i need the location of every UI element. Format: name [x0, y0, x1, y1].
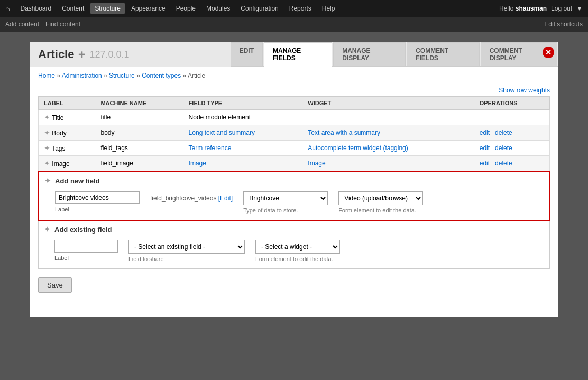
table-row: ✦ Tags field_tags Term reference Autocom…	[39, 141, 550, 156]
breadcrumb-content-types[interactable]: Content types	[142, 72, 181, 79]
find-content-link[interactable]: Find content	[45, 21, 80, 28]
nav-configuration[interactable]: Configuration	[236, 3, 282, 14]
nav-dashboard[interactable]: Dashboard	[16, 3, 56, 14]
page-box: Article ✚ 127.0.0.1 EDIT MANAGE FIELDS M…	[30, 42, 558, 317]
drag-handle-icon[interactable]: ✦	[44, 144, 50, 152]
existing-widget-hint: Form element to edit the data.	[255, 256, 340, 262]
tab-edit[interactable]: EDIT	[231, 42, 263, 66]
new-field-widget-group: Video (upload/browse) Form element to ed…	[338, 191, 423, 214]
tags-delete-link[interactable]: delete	[495, 144, 512, 152]
add-new-field-title: Add new field	[55, 177, 100, 185]
tags-field-type-link[interactable]: Term reference	[189, 144, 232, 152]
row-machine-name: field_tags	[95, 141, 183, 156]
row-widget: Autocomplete term widget (tagging)	[302, 141, 474, 156]
new-field-type-group: Brightcove Type of data to store.	[243, 191, 328, 214]
breadcrumb-home[interactable]: Home	[38, 72, 55, 79]
nav-modules[interactable]: Modules	[202, 3, 234, 14]
machine-name-edit-link[interactable]: [Edit]	[218, 194, 233, 202]
row-label: ✦ Body	[39, 125, 95, 141]
existing-label-hint: Label	[54, 255, 118, 261]
secondary-bar: Add content Find content Edit shortcuts	[0, 17, 588, 32]
new-field-label-input[interactable]	[55, 191, 140, 204]
new-field-label-hint: Label	[55, 206, 140, 212]
image-edit-link[interactable]: edit	[480, 160, 490, 167]
body-edit-link[interactable]: edit	[480, 129, 490, 136]
field-type-hint: Type of data to store.	[243, 207, 328, 214]
row-field-type: Long text and summary	[183, 125, 302, 141]
header-tabs-row: Article ✚ 127.0.0.1 EDIT MANAGE FIELDS M…	[30, 42, 558, 67]
row-machine-name: title	[95, 110, 183, 125]
row-label: ✦ Image	[39, 156, 95, 171]
col-field-type: FIELD TYPE	[183, 97, 302, 110]
add-content-link[interactable]: Add content	[5, 21, 39, 28]
nav-people[interactable]: People	[172, 3, 200, 14]
table-row: ✦ Image field_image Image Image edit del…	[39, 156, 550, 171]
row-ops: edit delete	[474, 156, 549, 171]
nav-structure[interactable]: Structure	[90, 3, 125, 14]
top-navigation: ⌂ Dashboard Content Structure Appearance…	[0, 0, 588, 17]
row-machine-name: field_image	[95, 156, 183, 171]
show-row-weights-link[interactable]: Show row weights	[499, 87, 550, 94]
body-delete-link[interactable]: delete	[495, 129, 512, 136]
image-field-type-link[interactable]: Image	[189, 160, 206, 167]
tags-edit-link[interactable]: edit	[480, 144, 490, 152]
fields-table: LABEL MACHINE NAME FIELD TYPE WIDGET OPE…	[38, 96, 550, 171]
nav-dropdown-icon[interactable]: ▼	[576, 5, 583, 12]
add-new-field-row: Label field_brightcove_videos [Edit] Bri…	[39, 189, 549, 220]
main-wrapper: My account Log out Article ✚ 127.0.0.1 E…	[0, 32, 588, 375]
add-existing-field-header: ✦ Add existing field	[39, 221, 549, 238]
existing-field-select-group: - Select an existing field - Field to sh…	[128, 240, 245, 262]
nav-content[interactable]: Content	[58, 3, 88, 14]
existing-field-hint: Field to share	[128, 256, 245, 262]
new-field-widget-select[interactable]: Video (upload/browse)	[338, 191, 423, 205]
article-header-area: Article ✚ 127.0.0.1 EDIT MANAGE FIELDS M…	[30, 42, 558, 67]
logout-link[interactable]: Log out	[551, 5, 572, 12]
existing-widget-select[interactable]: - Select a widget -	[255, 240, 340, 254]
row-ops	[474, 110, 549, 125]
existing-field-drag-icon: ✦	[44, 225, 50, 234]
row-ops: edit delete	[474, 141, 549, 156]
add-field-drag-icon: ✦	[44, 177, 51, 185]
add-existing-field-row: Label - Select an existing field - Field…	[39, 238, 549, 268]
new-field-machine-name-group: field_brightcove_videos [Edit]	[150, 194, 233, 202]
drag-handle-icon[interactable]: ✦	[44, 128, 50, 137]
home-icon[interactable]: ⌂	[5, 4, 10, 13]
nav-right: Hello shausman Log out ▼	[499, 5, 583, 12]
breadcrumb-sep2: »	[104, 72, 109, 79]
body-widget-link[interactable]: Text area with a summary	[308, 129, 380, 136]
existing-field-label-input[interactable]	[54, 240, 118, 253]
tab-comment-fields[interactable]: COMMENT FIELDS	[407, 42, 479, 66]
nav-left: ⌂ Dashboard Content Structure Appearance…	[5, 3, 339, 14]
breadcrumb-sep3: »	[136, 72, 142, 79]
drag-handle-icon[interactable]: ✦	[44, 113, 50, 122]
edit-shortcuts-link[interactable]: Edit shortcuts	[544, 21, 583, 28]
add-new-field-header: ✦ Add new field	[39, 172, 549, 189]
breadcrumb-administration[interactable]: Administration	[62, 72, 102, 79]
image-delete-link[interactable]: delete	[495, 160, 512, 167]
tab-manage-fields[interactable]: MANAGE FIELDS	[264, 42, 332, 67]
tags-widget-link[interactable]: Autocomplete term widget (tagging)	[308, 144, 408, 152]
machine-name-value: field_brightcove_videos	[150, 194, 216, 202]
image-widget-link[interactable]: Image	[308, 160, 325, 167]
footer: Powered by Drupal	[0, 375, 588, 380]
col-machine-name: MACHINE NAME	[95, 97, 183, 110]
row-field-type: Term reference	[183, 141, 302, 156]
existing-widget-select-group: - Select a widget - Form element to edit…	[255, 240, 340, 262]
breadcrumb-structure[interactable]: Structure	[109, 72, 135, 79]
tab-manage-display[interactable]: MANAGE DISPLAY	[333, 42, 406, 66]
new-field-type-select[interactable]: Brightcove	[243, 191, 328, 205]
body-field-type-link[interactable]: Long text and summary	[189, 129, 255, 136]
breadcrumb: Home » Administration » Structure » Cont…	[30, 67, 558, 85]
username: shausman	[516, 5, 547, 12]
field-label-body: Body	[52, 129, 66, 137]
row-widget: Text area with a summary	[302, 125, 474, 141]
article-add-icon[interactable]: ✚	[78, 50, 85, 60]
nav-reports[interactable]: Reports	[285, 3, 316, 14]
drag-handle-icon[interactable]: ✦	[44, 159, 50, 168]
close-button[interactable]: ✕	[543, 47, 554, 58]
tabs-bar: EDIT MANAGE FIELDS MANAGE DISPLAY COMMEN…	[231, 42, 558, 67]
save-button[interactable]: Save	[38, 277, 72, 293]
nav-help[interactable]: Help	[318, 3, 339, 14]
nav-appearance[interactable]: Appearance	[127, 3, 170, 14]
existing-field-select[interactable]: - Select an existing field -	[128, 240, 245, 254]
